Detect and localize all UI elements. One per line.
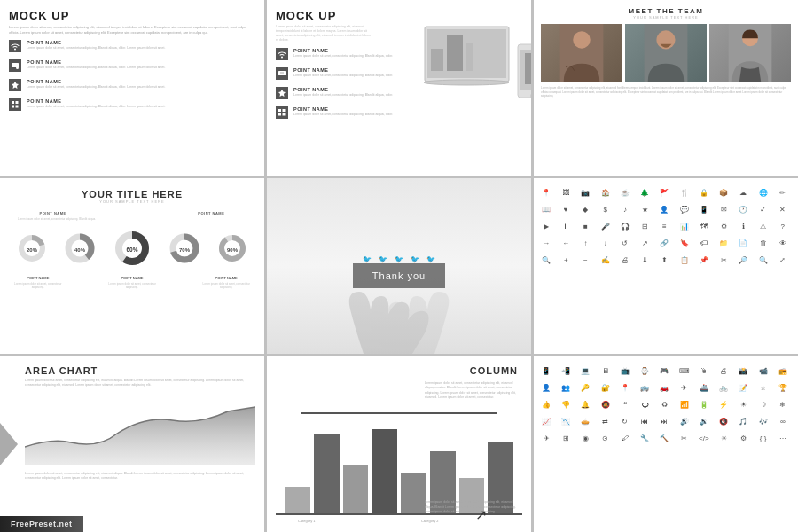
cell-area-chart: AREA CHART Lorem ipsum dolor sit amet, c… <box>0 356 264 532</box>
icon-refresh: ↺ <box>618 236 632 250</box>
icon-arrow-r: → <box>539 236 553 250</box>
main-grid: MOCK UP Lorem ipsum dolor sit amet, cons… <box>0 0 798 532</box>
icon2-plane2: ✈ <box>539 431 553 445</box>
c2-point-name-1: POINT NAME <box>293 48 393 53</box>
icon-zoom-in: 🔎 <box>736 253 750 267</box>
svg-marker-19 <box>278 90 286 97</box>
bird-4: 🐦 <box>411 255 419 263</box>
svg-rect-22 <box>278 113 281 115</box>
icon-arrow-d: ↓ <box>598 236 613 250</box>
icon2-bus: 🚌 <box>638 380 652 395</box>
donut-60: 60% <box>113 230 151 267</box>
bottom-desc-1: Lorem ipsum dolor sit amet, consectetur … <box>13 282 62 289</box>
team-description: Lorem ipsum dolor sit amet, consectetur … <box>541 86 791 98</box>
icon2-star3: ☆ <box>756 380 771 395</box>
c2-point-desc-4: Lorem ipsum dolor sit amet, consectetur … <box>293 113 393 117</box>
cell1-title: MOCK UP <box>9 9 255 22</box>
bird-2: 🐦 <box>379 255 387 263</box>
icon-globe: 🌐 <box>756 185 771 200</box>
icons-grid-top: 📍 🖼 📷 🏠 ☕ 🌲 🚩 🍴 🔒 📦 ☁ 🌐 ✏ 📖 ♥ ◆ $ ♪ ★ 👤 … <box>539 185 793 267</box>
bottom-desc-3: Lorem ipsum dolor sit amet, consectetur … <box>202 282 251 289</box>
point-item-1: POINT NAME Lorem ipsum dolor sit amet, c… <box>9 40 255 52</box>
icon-grid2: ⊞ <box>638 219 652 233</box>
icon-share: ↗ <box>638 236 652 250</box>
point-desc-4: Lorem ipsum dolor sit amet, consectetur … <box>27 105 165 109</box>
cell-meet-team: MEET THE TEAM YOUR SAMPLE TEXT HERE <box>534 0 798 176</box>
donut-title: YOUR TITLE HERE <box>9 189 255 200</box>
svg-text:40%: 40% <box>74 247 86 253</box>
bottom-desc-2: Lorem ipsum dolor sit amet, consectetur … <box>107 282 156 289</box>
icon-copy: 📋 <box>677 253 692 267</box>
birds-row: 🐦 🐦 🐦 🐦 🐦 <box>363 255 435 263</box>
icon2-bell: 🔔 <box>578 397 592 411</box>
col-label-3 <box>368 519 399 523</box>
icon-star2: ★ <box>638 202 652 216</box>
icon2-vol-dn: 🔉 <box>697 414 711 428</box>
team-photo-3 <box>709 24 791 82</box>
bird-1: 🐦 <box>363 255 372 263</box>
team-photo-1 <box>541 24 622 82</box>
area-triangle <box>0 418 18 471</box>
icon2-pie: 🥧 <box>578 414 592 428</box>
icon-zoom-out: 🔍 <box>756 253 771 267</box>
svg-rect-9 <box>447 35 463 71</box>
svg-rect-11 <box>431 49 443 71</box>
icon2-keyboard: ⌨ <box>677 364 692 378</box>
icon2-tablet: 📲 <box>559 364 573 378</box>
icon2-gear: ⚙ <box>736 431 750 445</box>
icon2-car: 🚗 <box>657 380 671 395</box>
svg-rect-5 <box>12 106 14 108</box>
column-bars <box>276 416 522 513</box>
icon2-note: 📝 <box>736 380 750 395</box>
icon-person: 👤 <box>657 202 671 216</box>
icon2-desktop: 🖥 <box>598 364 613 378</box>
icon-bookmark: 🔖 <box>677 236 692 250</box>
cell-mockup-left: MOCK UP Lorem ipsum dolor sit amet, cons… <box>0 0 264 176</box>
bottom-labels: POINT NAME POINT NAME POINT NAME <box>9 276 255 280</box>
svg-rect-16 <box>525 53 531 84</box>
bird-3: 🐦 <box>395 255 403 263</box>
icon-upload: ⬆ <box>657 253 671 267</box>
icon2-award: 🏆 <box>776 380 790 395</box>
icon-list: ≡ <box>657 219 671 233</box>
svg-text:70%: 70% <box>179 247 191 253</box>
icon2-lock2: 🔐 <box>598 380 613 395</box>
icon2-notes: 🎵 <box>736 414 750 428</box>
icon2-chart2: 📈 <box>539 414 553 428</box>
icon2-battery: 🔋 <box>697 397 711 411</box>
icon-expand: ⤢ <box>776 253 790 267</box>
icon-phone: 📱 <box>697 202 711 216</box>
chart-baseline-top <box>301 412 497 414</box>
icon2-phone: 📱 <box>539 364 553 378</box>
svg-marker-2 <box>12 82 19 89</box>
icon2-bike: 🚲 <box>716 380 731 395</box>
icon-link: 🔗 <box>657 236 671 250</box>
icon-play: ▶ <box>539 219 553 233</box>
grid-icon-1 <box>9 98 21 111</box>
star-icon-1 <box>9 79 21 91</box>
c2-point-text-1: POINT NAME Lorem ipsum dolor sit amet, c… <box>293 48 393 59</box>
point-name-2: POINT NAME <box>27 59 165 65</box>
icon-tag: 🏷 <box>697 236 711 250</box>
watermark: FreePreset.net <box>0 516 83 532</box>
c2-point-text-2: POINT NAME Lorem ipsum dolor sit amet, c… <box>293 67 393 78</box>
icon2-sun2: ☀ <box>716 431 731 445</box>
c2-point-desc-3: Lorem ipsum dolor sit amet, consectetur … <box>293 93 393 98</box>
icon2-power: ⏻ <box>638 397 652 411</box>
icon2-shuffle: ⇄ <box>598 414 613 428</box>
svg-rect-20 <box>278 109 281 112</box>
c2-point-desc-1: Lorem ipsum dolor sit amet, consectetur … <box>293 54 393 59</box>
c2-grid-icon <box>276 106 288 119</box>
point-item-3: POINT NAME Lorem ipsum dolor sit amet, c… <box>9 79 255 91</box>
donut-20: 20% <box>18 234 46 262</box>
point-text-2: POINT NAME Lorem ipsum dolor sit amet, c… <box>27 59 165 70</box>
icon2-grid3: ⊞ <box>559 431 573 445</box>
icon-headphone: 🎧 <box>618 219 632 233</box>
bar-3 <box>343 465 369 513</box>
icon2-camera2: 📸 <box>736 364 750 378</box>
icon2-key: 🔑 <box>578 380 592 395</box>
icon2-mouse: 🖱 <box>697 364 711 378</box>
icon2-map2: 📍 <box>618 380 632 395</box>
svg-rect-4 <box>16 101 19 104</box>
icon2-sun: ☀ <box>736 397 750 411</box>
